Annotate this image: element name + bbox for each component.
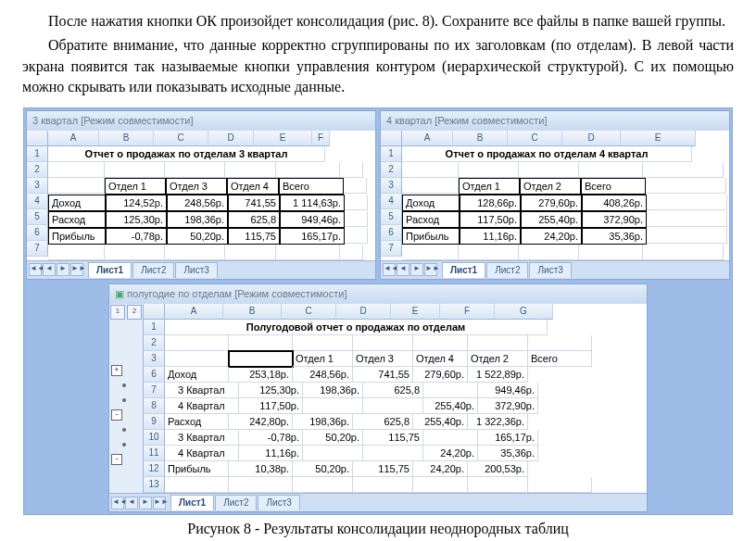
data-cell[interactable]: 949,46р.: [478, 383, 538, 398]
row-header[interactable]: 7: [27, 241, 48, 257]
data-cell[interactable]: 198,36р.: [167, 211, 228, 228]
title-cell[interactable]: Отчет о продажах по отделам 4 квартал: [402, 146, 692, 162]
row-header[interactable]: 1: [381, 146, 402, 162]
header-cell[interactable]: Отдел 1: [105, 178, 166, 195]
header-cell[interactable]: Отдел 3: [353, 351, 413, 367]
row-label[interactable]: Прибыль: [402, 228, 460, 245]
sheet-tab[interactable]: Лист2: [132, 262, 174, 278]
cell[interactable]: [276, 245, 340, 260]
outline-level-btn[interactable]: 1: [110, 305, 125, 320]
outline-toggle[interactable]: -: [111, 454, 122, 465]
data-cell[interactable]: 115,75: [353, 461, 413, 477]
row-header[interactable]: 9: [144, 414, 165, 430]
header-cell[interactable]: Всего: [581, 178, 646, 195]
row-header[interactable]: 2: [27, 162, 48, 178]
header-cell[interactable]: Отдел 1: [459, 178, 520, 195]
sheet-tab[interactable]: Лист3: [175, 262, 217, 278]
col-header[interactable]: D: [336, 304, 391, 320]
data-cell[interactable]: [423, 430, 478, 446]
sheet-nav-btn[interactable]: ◄: [125, 497, 138, 510]
data-cell[interactable]: 125,30р.: [239, 383, 303, 398]
col-header[interactable]: E: [254, 131, 312, 146]
cell[interactable]: [643, 162, 724, 178]
sheet-tab[interactable]: Лист2: [486, 262, 528, 278]
select-all-corner[interactable]: [381, 131, 402, 146]
sheet-nav-btn[interactable]: ►►: [153, 497, 166, 510]
data-cell[interactable]: 372,90р.: [582, 211, 647, 228]
cell[interactable]: [402, 245, 459, 260]
select-all-corner[interactable]: [27, 131, 48, 146]
data-cell[interactable]: 949,46р.: [280, 211, 345, 228]
sheet-nav-btn[interactable]: ►►: [424, 263, 437, 276]
row-header[interactable]: 12: [144, 461, 165, 477]
data-cell[interactable]: 165,17р.: [280, 228, 345, 245]
col-header[interactable]: B: [453, 131, 508, 146]
cell[interactable]: [579, 162, 643, 178]
data-cell[interactable]: 11,16р.: [239, 446, 303, 461]
header-cell[interactable]: Отдел 1: [293, 351, 353, 367]
row-header[interactable]: 7: [144, 383, 165, 398]
row-header[interactable]: 4: [381, 194, 402, 209]
data-cell[interactable]: 741,55: [353, 367, 413, 383]
data-cell[interactable]: 741,55: [228, 195, 280, 211]
cell[interactable]: [459, 162, 519, 178]
data-cell[interactable]: 50,20р.: [167, 228, 228, 245]
data-cell[interactable]: 255,40р.: [413, 414, 468, 430]
row-header[interactable]: 4: [27, 194, 48, 209]
row-label[interactable]: Доход: [165, 367, 229, 383]
cell[interactable]: [105, 245, 165, 260]
data-cell[interactable]: 625,8: [363, 383, 423, 398]
sheet-tab[interactable]: Лист1: [170, 495, 214, 510]
sheet-nav-btn[interactable]: ◄◄: [29, 263, 42, 276]
row-header[interactable]: 1: [27, 146, 48, 162]
data-cell[interactable]: 125,30р.: [106, 211, 167, 228]
data-cell[interactable]: 50,20р.: [293, 461, 353, 477]
sheet-nav-btn[interactable]: ►: [57, 263, 69, 276]
outline-level-btn[interactable]: 2: [127, 305, 142, 320]
row-header[interactable]: 5: [381, 209, 402, 225]
row-header[interactable]: 13: [144, 477, 165, 493]
row-header[interactable]: 6: [27, 225, 48, 241]
col-header[interactable]: A: [48, 131, 99, 146]
header-cell[interactable]: [402, 178, 459, 194]
cell[interactable]: [48, 245, 105, 260]
row-header[interactable]: 11: [144, 446, 165, 461]
row-header[interactable]: 1: [144, 320, 165, 335]
data-cell[interactable]: 11,16р.: [460, 228, 521, 245]
cell[interactable]: [402, 162, 459, 178]
cell[interactable]: [165, 162, 225, 178]
row-label[interactable]: Расход: [48, 211, 106, 228]
data-cell[interactable]: 248,56р.: [293, 367, 353, 383]
cell[interactable]: [165, 245, 225, 260]
row-header[interactable]: 6: [144, 367, 165, 383]
data-cell[interactable]: 1 114,63р.: [280, 195, 345, 211]
data-cell[interactable]: 279,60р.: [521, 195, 582, 211]
sheet-nav-btn[interactable]: ◄: [43, 263, 56, 276]
data-cell[interactable]: [363, 446, 423, 461]
cell[interactable]: [225, 245, 276, 260]
data-cell[interactable]: 1 522,89р.: [468, 367, 528, 383]
col-header[interactable]: E: [391, 304, 440, 320]
data-cell[interactable]: 279,60р.: [413, 367, 468, 383]
row-label[interactable]: Доход: [402, 195, 460, 211]
col-header[interactable]: D: [208, 131, 254, 146]
row-header[interactable]: 5: [27, 209, 48, 225]
data-cell[interactable]: 198,36р.: [303, 383, 363, 398]
cell[interactable]: [519, 245, 579, 260]
col-header[interactable]: G: [495, 304, 553, 320]
col-header[interactable]: F: [312, 131, 330, 146]
data-cell[interactable]: 24,20р.: [413, 461, 468, 477]
col-header[interactable]: C: [282, 304, 336, 320]
data-cell[interactable]: 255,40р.: [423, 398, 478, 414]
row-label[interactable]: Расход: [165, 414, 229, 430]
header-cell[interactable]: Отдел 3: [166, 178, 227, 195]
active-cell[interactable]: [229, 351, 293, 367]
data-cell[interactable]: 253,18р.: [229, 367, 293, 383]
data-cell[interactable]: -0,78р.: [239, 430, 303, 446]
col-header[interactable]: B: [223, 304, 282, 320]
data-cell[interactable]: [423, 383, 478, 398]
data-cell[interactable]: 115,75: [363, 430, 423, 446]
data-cell[interactable]: 124,52р.: [106, 195, 167, 211]
sheet-tab[interactable]: Лист3: [529, 262, 571, 278]
data-cell[interactable]: 198,36р.: [293, 414, 353, 430]
